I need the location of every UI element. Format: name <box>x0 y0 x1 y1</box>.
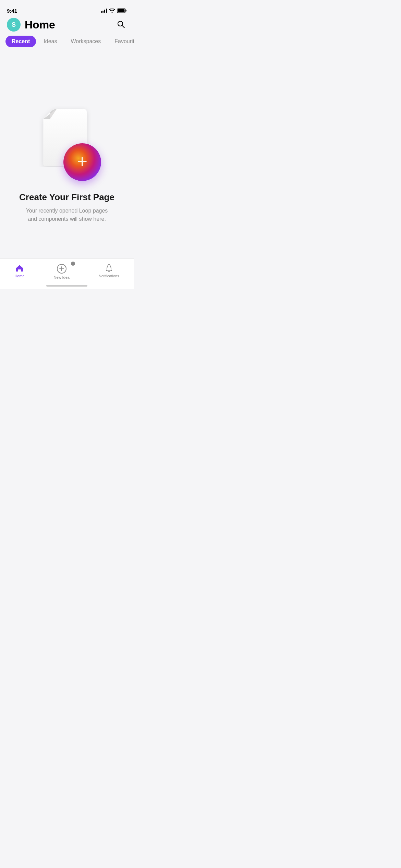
notifications-icon <box>105 264 113 273</box>
tab-new-idea-label: New Idea <box>53 275 69 279</box>
home-icon <box>15 264 24 273</box>
svg-rect-1 <box>126 10 127 12</box>
tab-ideas[interactable]: Ideas <box>37 36 63 47</box>
status-bar: 9:41 <box>0 0 134 16</box>
home-indicator <box>46 285 87 287</box>
header-left: S Home <box>7 18 55 32</box>
empty-state-subtitle: Your recently opened Loop pages and comp… <box>22 207 111 223</box>
tab-notifications-label: Notifications <box>99 274 119 278</box>
page-title: Home <box>25 19 55 31</box>
search-button[interactable] <box>115 19 127 31</box>
tab-home-label: Home <box>14 274 24 278</box>
tab-favourites[interactable]: Favourites <box>108 36 134 47</box>
svg-line-4 <box>122 25 125 28</box>
new-idea-dot <box>70 261 76 266</box>
search-icon <box>117 20 125 29</box>
empty-state-title: Create Your First Page <box>19 192 114 203</box>
add-page-button[interactable]: + <box>63 143 101 181</box>
tab-workspaces[interactable]: Workspaces <box>65 36 107 47</box>
signal-icon <box>101 9 107 13</box>
plus-icon: + <box>77 153 87 170</box>
avatar[interactable]: S <box>7 18 21 32</box>
header: S Home <box>0 16 134 36</box>
svg-rect-2 <box>118 9 125 12</box>
tabs-bar: Recent Ideas Workspaces Favourites <box>0 36 134 47</box>
status-time: 9:41 <box>7 8 17 14</box>
illustration: + <box>29 106 105 181</box>
status-icons <box>101 8 127 13</box>
tab-new-idea[interactable]: New Idea <box>48 262 75 281</box>
tab-home[interactable]: Home <box>9 262 30 279</box>
wifi-icon <box>109 9 115 13</box>
battery-icon <box>117 8 127 13</box>
empty-state: + Create Your First Page Your recently o… <box>0 50 134 258</box>
tab-recent[interactable]: Recent <box>5 36 36 47</box>
tab-notifications[interactable]: Notifications <box>93 262 125 279</box>
new-idea-icon <box>57 264 67 274</box>
content-area: S Home Recent Ideas Workspaces Favourite… <box>0 16 134 258</box>
bottom-tab-bar: Home New Idea Notifications <box>0 258 134 289</box>
